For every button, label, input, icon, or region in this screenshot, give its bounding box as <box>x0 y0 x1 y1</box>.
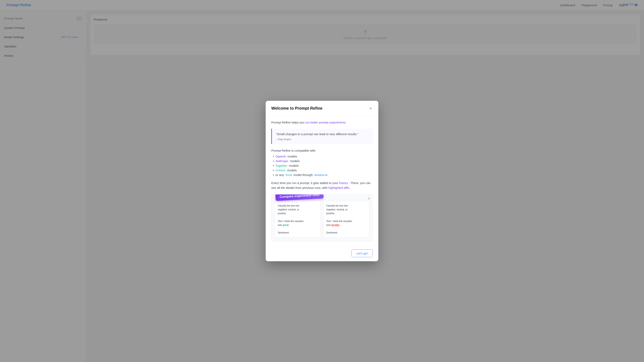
list-item-together: Together models <box>273 164 373 167</box>
quote-block: "Small changes to a prompt can lead to v… <box>271 129 373 144</box>
diffs-link[interactable]: highlighted diffs. <box>328 186 350 189</box>
intro-paragraph: Prompt Refine helps you run better promp… <box>271 120 373 125</box>
local-link[interactable]: local <box>286 173 292 177</box>
list-item-anthropic: Anthropic models <box>273 159 373 163</box>
quote-author: - Chip Huyen <box>276 138 369 141</box>
history-link[interactable]: history <box>339 181 348 185</box>
list-item-cohere: Cohere models <box>273 169 373 172</box>
anthropic-link[interactable]: Anthropic <box>276 159 288 163</box>
highlight-terrible: terrible <box>331 224 340 226</box>
modal-footer: Let's go! <box>266 246 378 261</box>
card2-line1: Classify the text intonegative, neutral,… <box>326 204 352 234</box>
modal-title: Welcome to Prompt Refine <box>271 106 322 111</box>
compat-section: Prompt Refine is compatible with: OpenAI… <box>271 149 373 177</box>
compat-heading: Prompt Refine is compatible with: <box>271 149 373 152</box>
list-item-local: or any local model through window.ai <box>273 173 373 177</box>
modal-overlay: Welcome to Prompt Refine × Prompt Refine… <box>0 0 644 362</box>
modal-header: Welcome to Prompt Refine × <box>266 101 378 115</box>
cohere-link[interactable]: Cohere <box>276 169 285 172</box>
compare-inner: ⎘ Classify the text intonegative, neutra… <box>272 194 372 241</box>
compare-section: Compare experiment runs ⎘ Classify the t… <box>271 194 373 241</box>
together-link[interactable]: Together <box>276 164 287 167</box>
copy-icon[interactable]: ⎘ <box>368 197 370 201</box>
welcome-modal: Welcome to Prompt Refine × Prompt Refine… <box>266 101 378 261</box>
history-text-1: Every time you run a prompt, it gets add… <box>271 181 338 185</box>
openai-link[interactable]: OpenAI <box>276 155 286 158</box>
quote-text: "Small changes to a prompt can lead to v… <box>276 132 369 137</box>
intro-text-1: Prompt Refine helps you <box>271 121 304 124</box>
card1-line1: Classify the text intonegative, neutral,… <box>278 204 304 234</box>
windowai-link[interactable]: window.ai <box>314 173 328 177</box>
modal-body: Prompt Refine helps you run better promp… <box>266 115 378 246</box>
highlight-great: great <box>283 224 288 226</box>
compare-cards: Classify the text intonegative, neutral,… <box>275 201 369 238</box>
lets-go-button[interactable]: Let's go! <box>352 249 373 257</box>
compare-card-1: Classify the text intonegative, neutral,… <box>275 201 321 238</box>
run-experiments-link[interactable]: run better prompt experiments. <box>305 121 346 124</box>
modal-close-button[interactable]: × <box>369 106 373 111</box>
compare-card-2: Classify the text intonegative, neutral,… <box>323 201 369 238</box>
list-item-openai: OpenAI models <box>273 155 373 158</box>
history-paragraph: Every time you run a prompt, it gets add… <box>271 181 373 190</box>
compat-list: OpenAI models Anthropic models Together … <box>271 155 373 177</box>
